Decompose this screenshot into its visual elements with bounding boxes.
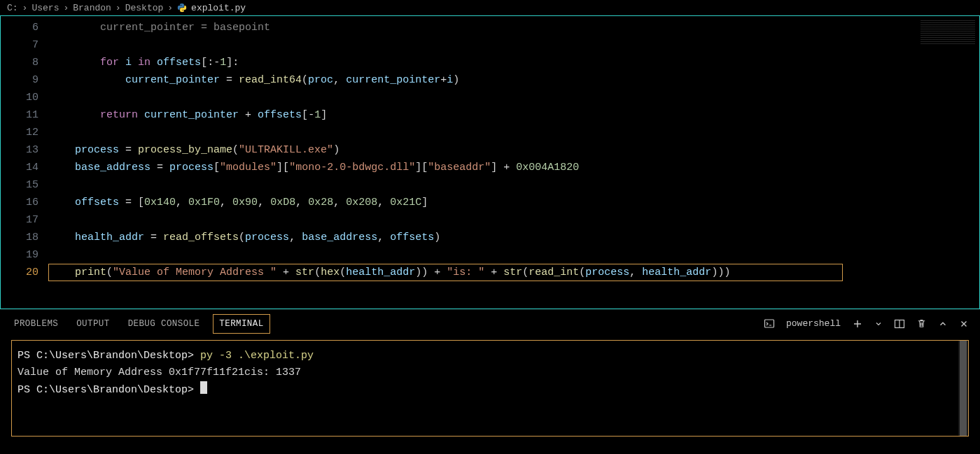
line-number: 6 bbox=[1, 19, 38, 36]
svg-rect-0 bbox=[764, 320, 774, 327]
line-number: 20 bbox=[1, 264, 38, 281]
line-number: 17 bbox=[1, 211, 38, 229]
tab-debug-console[interactable]: DEBUG CONSOLE bbox=[128, 319, 200, 329]
line-number: 14 bbox=[1, 159, 38, 176]
line-number: 10 bbox=[1, 89, 38, 106]
close-panel-button[interactable] bbox=[959, 319, 969, 329]
code-line[interactable]: for i in offsets[:-1]: bbox=[50, 54, 913, 71]
chevron-right-icon: › bbox=[63, 3, 69, 13]
split-terminal-button[interactable] bbox=[894, 318, 905, 329]
line-number: 11 bbox=[1, 106, 38, 124]
tab-terminal[interactable]: TERMINAL bbox=[218, 319, 265, 329]
code-line[interactable]: base_address = process["modules"]["mono-… bbox=[50, 159, 913, 176]
code-line[interactable]: offsets = [0x140, 0x1F0, 0x90, 0xD8, 0x2… bbox=[50, 194, 913, 211]
line-number: 18 bbox=[1, 229, 38, 246]
line-number: 19 bbox=[1, 246, 38, 264]
terminal[interactable]: PS C:\Users\Brandon\Desktop> py -3 .\exp… bbox=[11, 340, 969, 437]
line-number: 16 bbox=[1, 194, 38, 211]
new-terminal-button[interactable] bbox=[852, 318, 863, 329]
line-number-gutter: 67891011121314151617181920 bbox=[1, 16, 50, 308]
terminal-scrollbar[interactable] bbox=[958, 341, 968, 436]
terminal-dropdown-icon[interactable] bbox=[874, 320, 883, 328]
breadcrumb-seg[interactable]: Users bbox=[31, 3, 59, 13]
terminal-line: PS C:\Users\Brandon\Desktop> py -3 .\exp… bbox=[18, 348, 962, 364]
panel-tabs: PROBLEMS OUTPUT DEBUG CONSOLE TERMINAL p… bbox=[0, 309, 980, 337]
code-line[interactable] bbox=[50, 124, 913, 141]
code-line[interactable]: current_pointer = basepoint bbox=[50, 19, 913, 36]
terminal-cursor bbox=[200, 381, 207, 394]
breadcrumb: C: › Users › Brandon › Desktop › exploit… bbox=[0, 0, 980, 15]
code-line[interactable]: return current_pointer + offsets[-1] bbox=[50, 106, 913, 124]
line-number: 9 bbox=[1, 71, 38, 89]
chevron-right-icon: › bbox=[167, 3, 173, 13]
line-number: 15 bbox=[1, 176, 38, 194]
terminal-line: Value of Memory Address 0x1f77f11f21cis:… bbox=[18, 364, 962, 381]
code-line[interactable]: print("Value of Memory Address " + str(h… bbox=[50, 264, 913, 281]
terminal-shell-label[interactable]: powershell bbox=[786, 318, 841, 329]
code-area[interactable]: current_pointer = basepoint for i in off… bbox=[50, 16, 913, 308]
kill-terminal-button[interactable] bbox=[916, 318, 927, 329]
code-line[interactable] bbox=[50, 246, 913, 264]
line-number: 8 bbox=[1, 54, 38, 71]
code-line[interactable]: current_pointer = read_int64(proc, curre… bbox=[50, 71, 913, 89]
terminal-line: PS C:\Users\Brandon\Desktop> bbox=[18, 381, 962, 399]
line-number: 7 bbox=[1, 36, 38, 54]
python-icon bbox=[177, 3, 187, 13]
code-line[interactable] bbox=[50, 89, 913, 106]
breadcrumb-seg[interactable]: Desktop bbox=[125, 3, 164, 13]
chevron-right-icon: › bbox=[115, 3, 121, 13]
breadcrumb-seg[interactable]: C: bbox=[7, 3, 18, 13]
terminal-shell-icon[interactable] bbox=[764, 318, 775, 329]
breadcrumb-seg[interactable]: Brandon bbox=[73, 3, 111, 13]
breadcrumb-file[interactable]: exploit.py bbox=[191, 3, 246, 13]
line-number: 13 bbox=[1, 141, 38, 159]
code-line[interactable]: health_addr = read_offsets(process, base… bbox=[50, 229, 913, 246]
maximize-panel-button[interactable] bbox=[938, 319, 948, 329]
line-number: 12 bbox=[1, 124, 38, 141]
code-line[interactable] bbox=[50, 176, 913, 194]
code-editor[interactable]: 67891011121314151617181920 current_point… bbox=[0, 15, 980, 309]
tab-problems[interactable]: PROBLEMS bbox=[14, 319, 58, 329]
tab-output[interactable]: OUTPUT bbox=[76, 319, 109, 329]
code-line[interactable] bbox=[50, 36, 913, 54]
chevron-right-icon: › bbox=[22, 3, 28, 13]
code-line[interactable] bbox=[50, 211, 913, 229]
minimap[interactable] bbox=[913, 16, 979, 308]
code-line[interactable]: process = process_by_name("ULTRAKILL.exe… bbox=[50, 141, 913, 159]
